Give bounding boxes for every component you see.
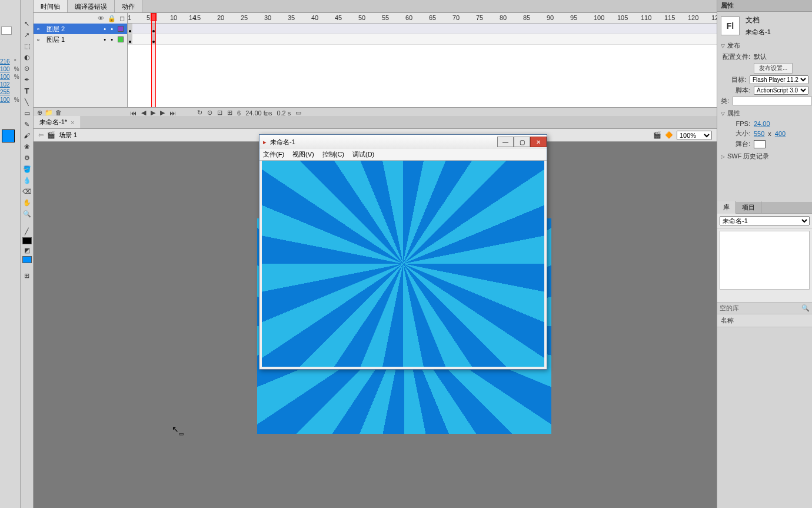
hand-tool-icon[interactable]: ✋ (22, 197, 32, 208)
text-tool-icon[interactable]: T (22, 85, 32, 96)
preview-artwork (262, 161, 544, 367)
eraser-tool-icon[interactable]: ⌫ (22, 186, 32, 197)
paint-bucket-tool-icon[interactable]: 🪣 (22, 164, 32, 174)
timeline-tab[interactable]: 动作 (115, 0, 142, 12)
close-icon[interactable]: × (71, 119, 74, 126)
layer-row[interactable]: ▫图层 1•• (34, 34, 127, 45)
stroke-color-icon[interactable]: ╱ (22, 226, 32, 237)
profile-value: 默认 (754, 52, 767, 61)
bone-tool-icon[interactable]: ⚙ (22, 152, 32, 163)
back-icon[interactable]: ⇦ (38, 131, 44, 139)
frame-ruler[interactable]: 1510152025303540455055606570758085909510… (128, 13, 717, 24)
current-frame: 6 (237, 109, 241, 117)
deco-tool-icon[interactable]: ❀ (22, 141, 32, 152)
pencil-tool-icon[interactable]: ✎ (22, 119, 32, 130)
size-height[interactable]: 400 (775, 130, 786, 137)
timeline-panel: 时间轴编译器错误动作 👁 🔒 ◻ ▫图层 2••▫图层 1•• 15101520… (34, 0, 717, 116)
search-icon[interactable]: 🔍 (801, 304, 810, 312)
document-tab-label: 未命名-1* (39, 118, 67, 127)
target-label: 目标: (721, 75, 746, 84)
free-transform-tool-icon[interactable]: ⬚ (22, 41, 32, 51)
small-dropdown[interactable] (1, 26, 12, 35)
class-label: 类: (721, 97, 729, 105)
subselection-tool-icon[interactable]: ↗ (22, 29, 32, 40)
outline-icon[interactable]: ◻ (119, 15, 125, 22)
layer-header: 👁 🔒 ◻ (34, 13, 127, 24)
target-select[interactable]: Flash Player 11.2 (750, 75, 808, 84)
stroke-swatch[interactable] (22, 237, 32, 244)
preview-menu-item[interactable]: 调试(D) (352, 150, 374, 159)
library-panel: 未命名-1 (717, 214, 812, 302)
document-tab[interactable]: 未命名-1* × (34, 116, 81, 128)
tools-panel: ↖ ↗ ⬚ ◐ ⊙ ✒ T ╲ ▭ ✎ 🖌 ❀ ⚙ 🪣 💧 ⌫ ✋ 🔍 ╱ ◩ … (21, 0, 34, 508)
color-swatch-large[interactable] (2, 130, 15, 142)
lasso-tool-icon[interactable]: ⊙ (22, 63, 32, 74)
publish-section-header[interactable]: 发布 (721, 41, 808, 50)
properties-panel-header[interactable]: 属性 (717, 0, 812, 12)
size-width[interactable]: 550 (754, 130, 764, 137)
properties-section-header[interactable]: 属性 (721, 109, 808, 118)
library-name-column[interactable]: 名称 (717, 314, 812, 327)
project-tab[interactable]: 项目 (736, 201, 761, 214)
library-panel-tabs: 库 项目 (717, 202, 812, 214)
3d-rotation-tool-icon[interactable]: ◐ (22, 52, 32, 62)
library-search-row: 空的库 🔍 (717, 302, 812, 314)
library-document-select[interactable]: 未命名-1 (720, 216, 810, 225)
lock-icon[interactable]: 🔒 (108, 15, 116, 22)
rewind-icon[interactable]: ⏮ (130, 109, 137, 117)
fill-swatch[interactable] (22, 256, 32, 263)
size-label: 大小: (721, 129, 750, 138)
preview-window[interactable]: ▸ 未命名-1 — ▢ ✕ 文件(F)视图(V)控制(C)调试(D) (259, 134, 547, 370)
script-select[interactable]: ActionScript 3.0 (754, 86, 808, 95)
edit-scene-icon[interactable]: 🎬 (653, 131, 661, 139)
swf-history-header[interactable]: SWF 历史记录 (721, 152, 808, 161)
preview-content (262, 161, 544, 367)
fill-color-icon[interactable]: ◩ (22, 245, 32, 255)
edit-symbols-icon[interactable]: 🔶 (665, 131, 673, 139)
fps-display: 24.00 fps (245, 109, 272, 117)
preview-menu-item[interactable]: 视图(V) (292, 150, 314, 159)
doc-type-label: 文档 (746, 15, 771, 25)
options-icon[interactable]: ⊞ (22, 270, 32, 281)
left-info-strip: 216 °100 %100 %102 255 100 % (0, 0, 21, 508)
visibility-icon[interactable]: 👁 (98, 15, 104, 22)
script-label: 脚本: (721, 86, 750, 95)
timeline-tab[interactable]: 时间轴 (34, 0, 68, 12)
document-type-icon: Fl (721, 16, 740, 35)
fps-label: FPS: (721, 120, 750, 127)
profile-label: 配置文件: (721, 52, 750, 61)
library-preview (720, 231, 810, 290)
preview-menu: 文件(F)视图(V)控制(C)调试(D) (259, 149, 547, 161)
class-input[interactable] (733, 97, 812, 105)
rectangle-tool-icon[interactable]: ▭ (22, 108, 32, 118)
preview-menu-item[interactable]: 文件(F) (263, 150, 284, 159)
eyedropper-tool-icon[interactable]: 💧 (22, 175, 32, 185)
pen-tool-icon[interactable]: ✒ (22, 74, 32, 85)
zoom-select[interactable]: 100% (677, 131, 712, 140)
line-tool-icon[interactable]: ╲ (22, 97, 32, 107)
layer-row[interactable]: ▫图层 2•• (34, 24, 127, 34)
stage-color-swatch[interactable] (754, 140, 766, 148)
maximize-button[interactable]: ▢ (514, 137, 530, 147)
timeline-tab[interactable]: 编译器错误 (68, 0, 115, 12)
layer-panel: 👁 🔒 ◻ ▫图层 2••▫图层 1•• (34, 13, 128, 107)
preview-titlebar[interactable]: ▸ 未命名-1 — ▢ ✕ (259, 135, 547, 149)
publish-settings-button[interactable]: 发布设置... (754, 63, 793, 74)
minimize-button[interactable]: — (497, 137, 514, 147)
color-readouts: 216 °100 %100 %102 255 100 % (0, 58, 19, 104)
close-button[interactable]: ✕ (530, 137, 547, 147)
library-tab[interactable]: 库 (717, 201, 736, 214)
zoom-tool-icon[interactable]: 🔍 (22, 208, 32, 219)
preview-title-text: 未命名-1 (270, 138, 295, 147)
selection-tool-icon[interactable]: ↖ (22, 18, 32, 29)
forward-end-icon[interactable]: ⏭ (169, 109, 176, 117)
flash-player-icon: ▸ (263, 138, 267, 146)
frames-panel[interactable]: 1510152025303540455055606570758085909510… (128, 13, 717, 107)
brush-tool-icon[interactable]: 🖌 (22, 130, 32, 141)
scene-icon: 🎬 (47, 131, 55, 139)
scene-name[interactable]: 场景 1 (59, 131, 77, 140)
preview-menu-item[interactable]: 控制(C) (322, 150, 344, 159)
fps-value[interactable]: 24.00 (754, 120, 770, 127)
document-tabs: 未命名-1* × (34, 116, 717, 129)
timeline-tabs: 时间轴编译器错误动作 (34, 0, 717, 13)
